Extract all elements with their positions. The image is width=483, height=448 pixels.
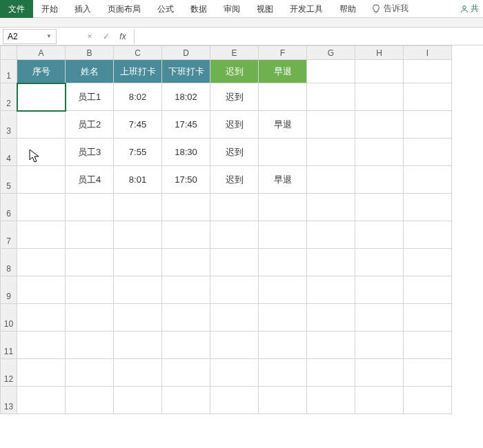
cell[interactable] — [66, 359, 114, 387]
cell[interactable] — [355, 60, 404, 83]
ribbon-tab[interactable]: 帮助 — [331, 0, 364, 18]
table-data-cell[interactable] — [17, 83, 66, 111]
column-header[interactable]: D — [162, 46, 210, 60]
table-data-cell[interactable]: 迟到 — [210, 166, 259, 194]
ribbon-tab[interactable]: 文件 — [0, 0, 33, 18]
cell[interactable] — [307, 276, 355, 304]
cell[interactable] — [307, 194, 355, 221]
row-header[interactable]: 10 — [1, 304, 17, 332]
cell[interactable] — [259, 221, 307, 249]
row-header[interactable]: 12 — [1, 359, 17, 387]
row-header[interactable]: 8 — [1, 249, 17, 276]
row-header[interactable]: 6 — [1, 194, 17, 221]
cell[interactable] — [162, 359, 210, 387]
table-data-cell[interactable] — [17, 139, 66, 166]
cell[interactable] — [307, 332, 355, 359]
cell[interactable] — [66, 387, 114, 414]
cell[interactable] — [114, 249, 162, 276]
table-data-cell[interactable]: 员工3 — [66, 139, 114, 166]
cell[interactable] — [355, 332, 404, 359]
column-header[interactable]: C — [114, 46, 162, 60]
table-data-cell[interactable]: 8:02 — [114, 83, 162, 111]
share-button[interactable]: 共 — [456, 3, 483, 14]
cell[interactable] — [162, 332, 210, 359]
cell[interactable] — [404, 332, 452, 359]
cell[interactable] — [404, 60, 452, 83]
tell-me-button[interactable]: 告诉我 — [364, 3, 415, 14]
column-header[interactable]: F — [259, 46, 307, 60]
cell[interactable] — [162, 304, 210, 332]
cell[interactable] — [162, 276, 210, 304]
ribbon-tab[interactable]: 公式 — [149, 0, 182, 18]
cell[interactable] — [17, 332, 66, 359]
cell[interactable] — [404, 304, 452, 332]
cell[interactable] — [404, 83, 452, 111]
ribbon-tab[interactable]: 开始 — [33, 0, 66, 18]
column-header[interactable]: B — [66, 46, 114, 60]
row-header[interactable]: 7 — [1, 221, 17, 249]
ribbon-tab[interactable]: 数据 — [182, 0, 215, 18]
cell[interactable] — [355, 166, 404, 194]
cell[interactable] — [355, 139, 404, 166]
cell[interactable] — [162, 194, 210, 221]
cell[interactable] — [210, 359, 259, 387]
column-header[interactable]: E — [210, 46, 259, 60]
cell[interactable] — [307, 359, 355, 387]
cell[interactable] — [210, 221, 259, 249]
cell[interactable] — [259, 276, 307, 304]
cell[interactable] — [210, 276, 259, 304]
cell[interactable] — [307, 304, 355, 332]
table-header-cell[interactable]: 下班打卡 — [162, 60, 210, 83]
cell[interactable] — [404, 139, 452, 166]
column-header[interactable]: G — [307, 46, 355, 60]
ribbon-tab[interactable]: 页面布局 — [99, 0, 149, 18]
table-data-cell[interactable]: 17:45 — [162, 111, 210, 139]
cell[interactable] — [355, 304, 404, 332]
select-all-corner[interactable] — [1, 46, 17, 60]
cell[interactable] — [355, 249, 404, 276]
cell[interactable] — [307, 139, 355, 166]
cell[interactable] — [162, 387, 210, 414]
cell[interactable] — [307, 221, 355, 249]
row-header[interactable]: 5 — [1, 166, 17, 194]
cell[interactable] — [404, 111, 452, 139]
cell[interactable] — [114, 332, 162, 359]
cell[interactable] — [66, 249, 114, 276]
cell[interactable] — [259, 249, 307, 276]
table-data-cell[interactable]: 8:01 — [114, 166, 162, 194]
row-header[interactable]: 13 — [1, 387, 17, 414]
table-data-cell[interactable]: 迟到 — [210, 83, 259, 111]
cell[interactable] — [66, 194, 114, 221]
table-header-cell[interactable]: 姓名 — [66, 60, 114, 83]
cell[interactable] — [210, 249, 259, 276]
table-data-cell[interactable]: 迟到 — [210, 111, 259, 139]
cell[interactable] — [307, 83, 355, 111]
cell[interactable] — [210, 194, 259, 221]
cell[interactable] — [355, 194, 404, 221]
table-data-cell[interactable]: 18:02 — [162, 83, 210, 111]
cell[interactable] — [114, 359, 162, 387]
table-header-cell[interactable]: 上班打卡 — [114, 60, 162, 83]
column-header[interactable]: I — [404, 46, 452, 60]
cell[interactable] — [210, 332, 259, 359]
cell[interactable] — [404, 359, 452, 387]
cell[interactable] — [404, 166, 452, 194]
cell[interactable] — [355, 276, 404, 304]
table-data-cell[interactable]: 迟到 — [210, 139, 259, 166]
cell[interactable] — [17, 276, 66, 304]
cell[interactable] — [307, 166, 355, 194]
cell[interactable] — [162, 249, 210, 276]
row-header[interactable]: 2 — [1, 83, 17, 111]
cell[interactable] — [210, 387, 259, 414]
cell[interactable] — [307, 111, 355, 139]
cell[interactable] — [404, 387, 452, 414]
formula-input[interactable] — [134, 29, 483, 44]
table-data-cell[interactable]: 员工1 — [66, 83, 114, 111]
table-data-cell[interactable] — [259, 139, 307, 166]
cell[interactable] — [355, 221, 404, 249]
table-data-cell[interactable] — [17, 111, 66, 139]
table-data-cell[interactable] — [17, 166, 66, 194]
table-data-cell[interactable]: 7:45 — [114, 111, 162, 139]
column-header[interactable]: A — [17, 46, 66, 60]
cell[interactable] — [114, 194, 162, 221]
